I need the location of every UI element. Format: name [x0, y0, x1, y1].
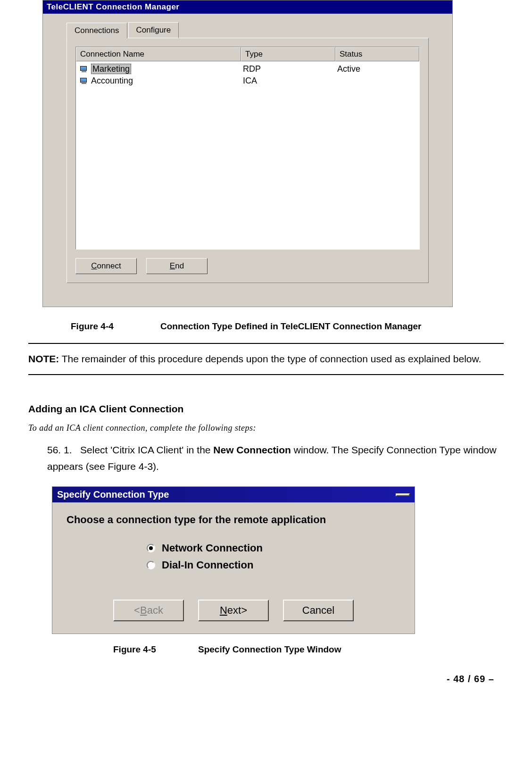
tab-configure[interactable]: Configure [128, 22, 179, 38]
monitor-icon [79, 78, 89, 84]
cancel-button[interactable]: Cancel [283, 600, 354, 621]
connection-row-marketing[interactable]: Marketing RDP Active [76, 63, 419, 75]
end-button[interactable]: End [146, 258, 208, 274]
cm-tabcontent: Connection Name Type Status Marketing RD… [66, 38, 429, 283]
header-connection-name[interactable]: Connection Name [76, 47, 241, 61]
intro-italic: To add an ICA client connection, complet… [28, 423, 504, 433]
step-56-1: 56. 1. Select 'Citrix ICA Client' in the… [47, 442, 504, 475]
radio-selected-icon[interactable] [147, 544, 155, 552]
specify-connection-type-window: Specify Connection Type Choose a connect… [52, 486, 415, 634]
figure-4-4-caption: Figure 4-4Connection Type Defined in Tel… [71, 321, 504, 332]
connect-button[interactable]: Connect [75, 258, 137, 274]
connection-manager-window: TeleCLIENT Connection Manager Connection… [42, 0, 453, 307]
sct-heading: Choose a connection type for the remote … [66, 514, 400, 526]
row-type: ICA [243, 76, 337, 86]
tab-connections[interactable]: Connections [66, 23, 127, 39]
row-status: Active [337, 64, 416, 74]
option-network-connection[interactable]: Network Connection [147, 542, 400, 554]
note-paragraph: NOTE: The remainder of this procedure de… [28, 351, 504, 367]
back-button: <Back [113, 600, 184, 621]
radio-unselected-icon[interactable] [147, 561, 155, 569]
sct-titlebar: Specify Connection Type [52, 487, 415, 502]
sct-buttons: <Back Next> Cancel [66, 600, 400, 621]
header-status[interactable]: Status [335, 47, 419, 61]
minimize-icon[interactable] [396, 493, 410, 496]
section-heading-ica: Adding an ICA Client Connection [28, 403, 504, 415]
connection-list[interactable]: Connection Name Type Status Marketing RD… [75, 47, 420, 250]
header-type[interactable]: Type [241, 47, 335, 61]
connection-row-accounting[interactable]: Accounting ICA [76, 75, 419, 87]
list-headers: Connection Name Type Status [76, 47, 419, 61]
cm-tabs: Connections Configure [66, 22, 429, 38]
divider [28, 374, 504, 375]
monitor-icon [79, 66, 89, 73]
next-button[interactable]: Next> [198, 600, 269, 621]
cm-buttons: Connect End [75, 258, 420, 274]
figure-4-5-caption: Figure 4-5Specify Connection Type Window [113, 644, 504, 655]
option-dialin-connection[interactable]: Dial-In Connection [147, 559, 400, 571]
row-name: Marketing [91, 64, 131, 74]
sct-options: Network Connection Dial-In Connection [147, 542, 400, 571]
cm-titlebar: TeleCLIENT Connection Manager [43, 0, 452, 14]
page-number: - 48 / 69 – [28, 674, 504, 685]
divider [28, 343, 504, 344]
row-name: Accounting [91, 76, 133, 85]
row-type: RDP [243, 64, 337, 74]
